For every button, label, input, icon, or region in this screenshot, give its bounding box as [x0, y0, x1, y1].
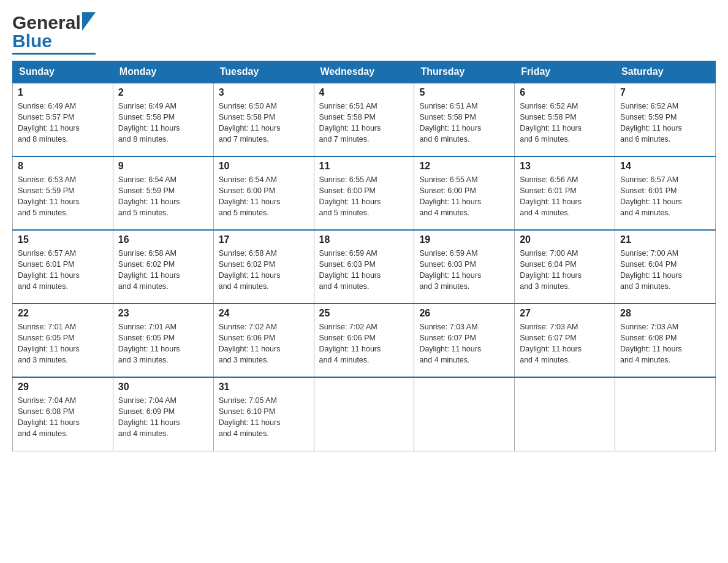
weekday-header-row: SundayMondayTuesdayWednesdayThursdayFrid…	[13, 61, 716, 83]
calendar-week-row: 1 Sunrise: 6:49 AM Sunset: 5:57 PM Dayli…	[13, 83, 716, 156]
cell-info: Sunrise: 7:02 AM Sunset: 6:06 PM Dayligh…	[219, 321, 309, 366]
cell-day-number: 11	[319, 161, 409, 172]
calendar-cell: 20 Sunrise: 7:00 AM Sunset: 6:04 PM Dayl…	[515, 230, 615, 304]
cell-info: Sunrise: 7:01 AM Sunset: 6:05 PM Dayligh…	[18, 321, 108, 366]
weekday-header-tuesday: Tuesday	[213, 61, 314, 83]
cell-day-number: 21	[620, 234, 710, 245]
cell-info: Sunrise: 6:51 AM Sunset: 5:58 PM Dayligh…	[319, 101, 409, 145]
calendar-cell: 4 Sunrise: 6:51 AM Sunset: 5:58 PM Dayli…	[314, 83, 414, 156]
cell-day-number: 31	[219, 381, 309, 393]
calendar-week-row: 22 Sunrise: 7:01 AM Sunset: 6:05 PM Dayl…	[13, 304, 716, 377]
cell-info: Sunrise: 6:52 AM Sunset: 5:59 PM Dayligh…	[620, 101, 710, 145]
cell-day-number: 16	[118, 234, 208, 245]
cell-day-number: 5	[419, 87, 509, 98]
calendar-cell: 27 Sunrise: 7:03 AM Sunset: 6:07 PM Dayl…	[515, 304, 615, 377]
cell-info: Sunrise: 6:54 AM Sunset: 5:59 PM Dayligh…	[118, 174, 208, 219]
weekday-header-monday: Monday	[113, 61, 213, 83]
calendar-cell: 31 Sunrise: 7:05 AM Sunset: 6:10 PM Dayl…	[213, 377, 314, 451]
cell-day-number: 30	[118, 381, 208, 393]
cell-info: Sunrise: 6:59 AM Sunset: 6:03 PM Dayligh…	[419, 248, 509, 293]
cell-day-number: 2	[118, 87, 208, 98]
cell-day-number: 20	[520, 234, 610, 245]
cell-info: Sunrise: 6:52 AM Sunset: 5:58 PM Dayligh…	[520, 101, 610, 145]
calendar-cell: 2 Sunrise: 6:49 AM Sunset: 5:58 PM Dayli…	[113, 83, 213, 156]
calendar-cell: 16 Sunrise: 6:58 AM Sunset: 6:02 PM Dayl…	[113, 230, 213, 304]
cell-day-number: 15	[18, 234, 108, 245]
calendar-cell	[414, 377, 515, 451]
cell-day-number: 22	[18, 308, 108, 319]
calendar-cell: 13 Sunrise: 6:56 AM Sunset: 6:01 PM Dayl…	[515, 156, 615, 230]
cell-info: Sunrise: 6:49 AM Sunset: 5:58 PM Dayligh…	[118, 101, 208, 145]
cell-info: Sunrise: 7:05 AM Sunset: 6:10 PM Dayligh…	[219, 395, 309, 440]
calendar-cell: 8 Sunrise: 6:53 AM Sunset: 5:59 PM Dayli…	[13, 156, 113, 230]
cell-day-number: 1	[18, 87, 108, 98]
cell-info: Sunrise: 7:02 AM Sunset: 6:06 PM Dayligh…	[319, 321, 409, 366]
calendar-cell: 1 Sunrise: 6:49 AM Sunset: 5:57 PM Dayli…	[13, 83, 113, 156]
cell-day-number: 13	[520, 161, 610, 172]
logo-triangle-icon	[82, 12, 96, 31]
cell-info: Sunrise: 6:53 AM Sunset: 5:59 PM Dayligh…	[18, 174, 108, 219]
cell-day-number: 17	[219, 234, 309, 245]
calendar-week-row: 8 Sunrise: 6:53 AM Sunset: 5:59 PM Dayli…	[13, 156, 716, 230]
cell-day-number: 24	[219, 308, 309, 319]
cell-info: Sunrise: 7:01 AM Sunset: 6:05 PM Dayligh…	[118, 321, 208, 366]
cell-info: Sunrise: 7:04 AM Sunset: 6:09 PM Dayligh…	[118, 395, 208, 440]
cell-info: Sunrise: 6:57 AM Sunset: 6:01 PM Dayligh…	[18, 248, 108, 293]
cell-info: Sunrise: 7:03 AM Sunset: 6:07 PM Dayligh…	[520, 321, 610, 366]
cell-info: Sunrise: 6:54 AM Sunset: 6:00 PM Dayligh…	[219, 174, 309, 219]
cell-day-number: 6	[520, 87, 610, 98]
calendar-cell: 9 Sunrise: 6:54 AM Sunset: 5:59 PM Dayli…	[113, 156, 213, 230]
calendar-cell: 21 Sunrise: 7:00 AM Sunset: 6:04 PM Dayl…	[615, 230, 716, 304]
logo-general-text: General	[12, 12, 81, 33]
calendar-cell: 14 Sunrise: 6:57 AM Sunset: 6:01 PM Dayl…	[615, 156, 716, 230]
cell-day-number: 7	[620, 87, 710, 98]
calendar-cell: 26 Sunrise: 7:03 AM Sunset: 6:07 PM Dayl…	[414, 304, 515, 377]
calendar-cell: 24 Sunrise: 7:02 AM Sunset: 6:06 PM Dayl…	[213, 304, 314, 377]
cell-day-number: 26	[419, 308, 509, 319]
calendar-cell: 15 Sunrise: 6:57 AM Sunset: 6:01 PM Dayl…	[13, 230, 113, 304]
cell-info: Sunrise: 6:58 AM Sunset: 6:02 PM Dayligh…	[118, 248, 208, 293]
calendar-week-row: 29 Sunrise: 7:04 AM Sunset: 6:08 PM Dayl…	[13, 377, 716, 451]
cell-info: Sunrise: 7:00 AM Sunset: 6:04 PM Dayligh…	[520, 248, 610, 293]
cell-info: Sunrise: 7:03 AM Sunset: 6:08 PM Dayligh…	[620, 321, 710, 366]
calendar-cell: 19 Sunrise: 6:59 AM Sunset: 6:03 PM Dayl…	[414, 230, 515, 304]
calendar-cell: 29 Sunrise: 7:04 AM Sunset: 6:08 PM Dayl…	[13, 377, 113, 451]
weekday-header-saturday: Saturday	[615, 61, 716, 83]
cell-day-number: 4	[319, 87, 409, 98]
cell-day-number: 3	[219, 87, 309, 98]
cell-day-number: 10	[219, 161, 309, 172]
calendar-cell: 5 Sunrise: 6:51 AM Sunset: 5:58 PM Dayli…	[414, 83, 515, 156]
page-header: General Blue	[12, 12, 716, 55]
cell-day-number: 23	[118, 308, 208, 319]
cell-info: Sunrise: 6:49 AM Sunset: 5:57 PM Dayligh…	[18, 101, 108, 145]
calendar-cell: 22 Sunrise: 7:01 AM Sunset: 6:05 PM Dayl…	[13, 304, 113, 377]
cell-day-number: 19	[419, 234, 509, 245]
cell-day-number: 27	[520, 308, 610, 319]
logo-image: General	[12, 12, 96, 33]
calendar-cell: 23 Sunrise: 7:01 AM Sunset: 6:05 PM Dayl…	[113, 304, 213, 377]
cell-info: Sunrise: 6:56 AM Sunset: 6:01 PM Dayligh…	[520, 174, 610, 219]
calendar-cell	[615, 377, 716, 451]
cell-day-number: 18	[319, 234, 409, 245]
calendar-week-row: 15 Sunrise: 6:57 AM Sunset: 6:01 PM Dayl…	[13, 230, 716, 304]
cell-day-number: 14	[620, 161, 710, 172]
cell-day-number: 28	[620, 308, 710, 319]
cell-info: Sunrise: 6:58 AM Sunset: 6:02 PM Dayligh…	[219, 248, 309, 293]
cell-info: Sunrise: 6:59 AM Sunset: 6:03 PM Dayligh…	[319, 248, 409, 293]
cell-info: Sunrise: 6:57 AM Sunset: 6:01 PM Dayligh…	[620, 174, 710, 219]
weekday-header-friday: Friday	[515, 61, 615, 83]
cell-info: Sunrise: 7:04 AM Sunset: 6:08 PM Dayligh…	[18, 395, 108, 440]
calendar-cell: 10 Sunrise: 6:54 AM Sunset: 6:00 PM Dayl…	[213, 156, 314, 230]
calendar-cell: 7 Sunrise: 6:52 AM Sunset: 5:59 PM Dayli…	[615, 83, 716, 156]
calendar-cell	[515, 377, 615, 451]
calendar-cell: 12 Sunrise: 6:55 AM Sunset: 6:00 PM Dayl…	[414, 156, 515, 230]
cell-info: Sunrise: 6:55 AM Sunset: 6:00 PM Dayligh…	[419, 174, 509, 219]
calendar-cell	[314, 377, 414, 451]
logo-blue-text: Blue	[12, 31, 52, 51]
calendar-body: 1 Sunrise: 6:49 AM Sunset: 5:57 PM Dayli…	[13, 83, 716, 451]
cell-day-number: 12	[419, 161, 509, 172]
calendar-table: SundayMondayTuesdayWednesdayThursdayFrid…	[12, 61, 716, 451]
cell-day-number: 25	[319, 308, 409, 319]
logo-underline	[12, 53, 96, 55]
logo: General Blue	[12, 12, 96, 55]
